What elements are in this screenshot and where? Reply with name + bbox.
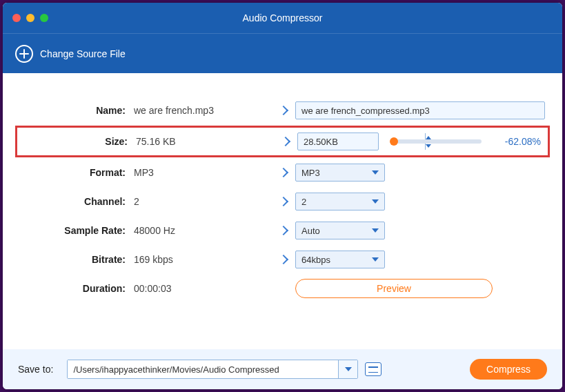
row-sample-rate: Sample Rate: 48000 Hz Auto — [18, 221, 547, 240]
window-controls — [12, 14, 48, 22]
size-delta: -62.08% — [494, 136, 545, 147]
main-panel: Name: we are french.mp3 Size: 75.16 KB — [3, 73, 562, 349]
app-window: Audio Compressor Change Source File Name… — [3, 3, 562, 389]
channel-select[interactable]: 2 — [295, 193, 385, 210]
channel-label: Channel: — [18, 196, 134, 207]
sample-rate-label: Sample Rate: — [18, 225, 134, 236]
chevron-down-icon — [345, 367, 352, 371]
row-name: Name: we are french.mp3 — [18, 101, 547, 120]
channel-select-value: 2 — [301, 197, 306, 207]
name-source-value: we are french.mp3 — [134, 105, 272, 116]
bitrate-source-value: 169 kbps — [134, 254, 272, 265]
save-path-group — [67, 360, 358, 379]
change-source-button[interactable]: Change Source File — [40, 48, 126, 59]
chevron-down-icon — [372, 199, 379, 204]
row-bitrate: Bitrate: 169 kbps 64kbps — [18, 250, 547, 269]
save-path-input[interactable] — [68, 360, 338, 378]
toolbar: Change Source File — [3, 33, 562, 73]
sample-rate-select[interactable]: Auto — [295, 222, 385, 239]
bitrate-label: Bitrate: — [18, 254, 134, 265]
duration-source-value: 00:00:03 — [134, 283, 272, 294]
duration-label: Duration: — [18, 283, 134, 294]
bitrate-select-value: 64kbps — [301, 255, 330, 265]
slider-thumb[interactable] — [390, 137, 398, 146]
row-duration: Duration: 00:00:03 Preview — [18, 279, 547, 298]
plus-icon[interactable] — [15, 45, 33, 63]
chevron-right-icon — [279, 168, 288, 177]
footer: Save to: Compress — [3, 349, 562, 389]
name-label: Name: — [18, 105, 134, 116]
open-folder-button[interactable] — [365, 362, 381, 376]
size-label: Size: — [20, 136, 136, 147]
compress-button[interactable]: Compress — [470, 359, 547, 380]
format-select-value: MP3 — [301, 168, 320, 178]
titlebar: Audio Compressor — [3, 3, 562, 33]
minimize-window-button[interactable] — [26, 14, 34, 22]
sample-rate-source-value: 48000 Hz — [134, 225, 272, 236]
chevron-right-icon — [279, 226, 288, 235]
output-filename-input[interactable] — [295, 101, 545, 119]
save-path-dropdown[interactable] — [338, 360, 357, 378]
save-to-label: Save to: — [18, 364, 53, 375]
target-size-stepper[interactable] — [297, 133, 379, 150]
row-channel: Channel: 2 2 — [18, 192, 547, 211]
chevron-down-icon — [372, 170, 379, 175]
maximize-window-button[interactable] — [40, 14, 48, 22]
close-window-button[interactable] — [12, 14, 21, 22]
format-select[interactable]: MP3 — [295, 164, 385, 182]
row-format: Format: MP3 MP3 — [18, 163, 547, 182]
chevron-right-icon — [279, 197, 288, 206]
size-slider[interactable] — [394, 139, 482, 144]
compress-button-label: Compress — [486, 364, 531, 375]
chevron-down-icon — [372, 228, 379, 233]
channel-source-value: 2 — [134, 196, 272, 207]
size-source-value: 75.16 KB — [136, 136, 274, 147]
bitrate-select[interactable]: 64kbps — [295, 251, 385, 268]
format-source-value: MP3 — [134, 167, 272, 178]
preview-button-label: Preview — [377, 283, 411, 294]
chevron-down-icon — [372, 257, 379, 262]
chevron-right-icon — [279, 106, 288, 115]
chevron-right-icon — [279, 255, 288, 264]
format-label: Format: — [18, 167, 134, 178]
row-size: Size: 75.16 KB -62.08% — [15, 126, 550, 157]
chevron-right-icon — [281, 137, 290, 146]
preview-button[interactable]: Preview — [295, 279, 493, 298]
sample-rate-select-value: Auto — [301, 226, 320, 236]
window-title: Audio Compressor — [3, 12, 562, 23]
